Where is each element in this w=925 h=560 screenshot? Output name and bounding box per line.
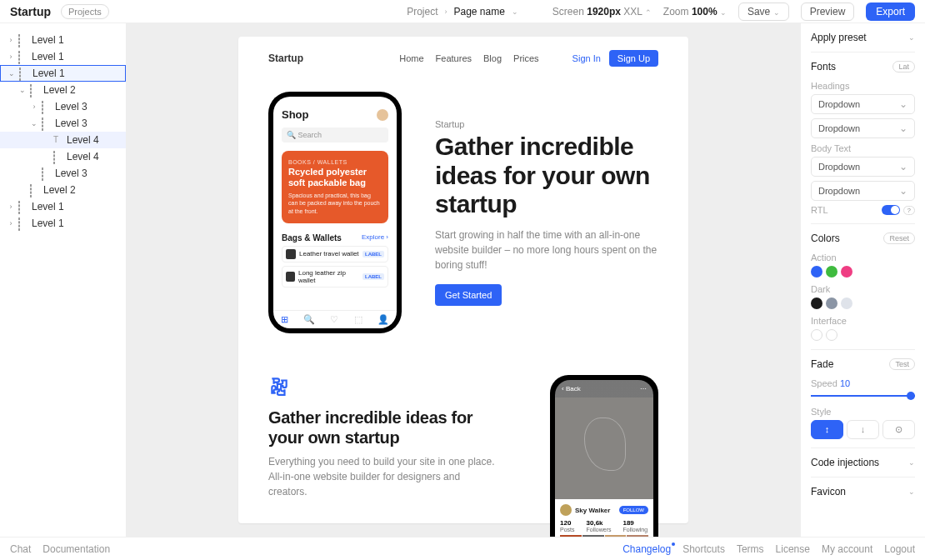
tree-item[interactable]: Level 3: [0, 165, 126, 182]
colors-label: Colors: [811, 232, 840, 244]
style-option-3[interactable]: ⊙: [882, 420, 915, 439]
nav-link[interactable]: Blog: [483, 53, 502, 63]
nav-link[interactable]: Home: [399, 53, 423, 63]
zoom-control[interactable]: Zoom 100% ⌄: [663, 6, 727, 18]
footer-link[interactable]: Chat: [10, 543, 31, 555]
footer-link[interactable]: Terms: [737, 543, 764, 555]
breadcrumb: Project › Page name ⌄: [407, 6, 518, 18]
hero-title: Gather incredible ideas for your own sta…: [435, 132, 658, 219]
tree-item[interactable]: ›Level 1: [0, 32, 126, 48]
dark-label: Dark: [811, 284, 915, 294]
color-swatch[interactable]: [841, 298, 852, 309]
apply-preset-section[interactable]: Apply preset⌄: [811, 32, 915, 43]
footer-link[interactable]: Shortcuts: [682, 543, 725, 555]
tree-item[interactable]: ›Level 1: [0, 48, 126, 65]
body-text-label: Body Text: [811, 143, 915, 153]
chevron-down-icon[interactable]: ⌄: [512, 8, 518, 16]
footer-link[interactable]: My account: [822, 543, 872, 555]
color-swatch[interactable]: [826, 329, 838, 341]
tree-item[interactable]: ⌄Level 3: [0, 115, 126, 132]
speed-slider[interactable]: [811, 395, 915, 397]
tree-item[interactable]: ›Level 1: [0, 198, 126, 215]
color-swatch[interactable]: [826, 298, 838, 309]
footer-link[interactable]: License: [776, 543, 810, 555]
heading-font-dropdown[interactable]: Dropdown: [811, 94, 915, 114]
puzzle-icon: [268, 375, 290, 397]
test-button[interactable]: Test: [889, 358, 915, 370]
rtl-toggle[interactable]: [882, 205, 900, 215]
tree-item[interactable]: Level 2: [0, 182, 126, 198]
fade-label: Fade: [811, 358, 833, 370]
action-label: Action: [811, 252, 915, 262]
screen-control[interactable]: Screen 1920px XXL ⌃: [552, 6, 652, 18]
nav-link[interactable]: Features: [436, 53, 472, 63]
signup-button[interactable]: Sign Up: [609, 50, 658, 67]
footer-link[interactable]: Documentation: [42, 543, 110, 555]
tree-item[interactable]: ⌄Level 1: [0, 65, 126, 82]
feature-title: Gather incredible ideas for your own sta…: [268, 408, 500, 448]
nav-link[interactable]: Prices: [513, 53, 539, 63]
properties-panel: Apply preset⌄ FontsLat Headings Dropdown…: [800, 23, 925, 537]
headings-label: Headings: [811, 81, 915, 91]
favicon-section[interactable]: Favicon⌄: [811, 486, 915, 498]
tree-item[interactable]: Level 4: [0, 148, 126, 165]
color-swatch[interactable]: [826, 266, 838, 278]
tree-item[interactable]: TLevel 4: [0, 132, 126, 148]
preview-button[interactable]: Preview: [801, 2, 855, 21]
eyebrow: Startup: [435, 119, 658, 129]
interface-label: Interface: [811, 316, 915, 326]
get-started-button[interactable]: Get Started: [435, 284, 502, 306]
layer-tree: ›Level 1›Level 1⌄Level 1⌄Level 2›Level 3…: [0, 23, 127, 537]
phone-mockup-2: ‹ Back⋯ Sky WalkerFOLLOW 120Posts30,6kFo…: [550, 375, 658, 537]
fonts-label: Fonts: [811, 61, 836, 72]
style-option-2[interactable]: ↓: [847, 420, 879, 439]
body-weight-dropdown[interactable]: Dropdown: [811, 181, 915, 201]
breadcrumb-active[interactable]: Page name: [453, 6, 504, 18]
projects-pill[interactable]: Projects: [61, 4, 109, 19]
rtl-label: RTL: [811, 205, 828, 215]
color-swatch[interactable]: [811, 329, 822, 341]
signin-link[interactable]: Sign In: [572, 53, 601, 63]
body-font-dropdown[interactable]: Dropdown: [811, 157, 915, 177]
fonts-chip[interactable]: Lat: [892, 61, 915, 72]
canvas[interactable]: Startup HomeFeaturesBlogPrices Sign In S…: [127, 23, 800, 537]
help-icon[interactable]: ?: [903, 206, 915, 215]
tree-item[interactable]: ›Level 3: [0, 98, 126, 115]
style-option-1[interactable]: ↕: [811, 420, 843, 439]
color-swatch[interactable]: [841, 266, 852, 278]
brand: Startup: [10, 5, 51, 18]
tree-item[interactable]: ›Level 1: [0, 215, 126, 232]
hero-body: Start growing in half the time with an a…: [435, 228, 658, 272]
page-nav: HomeFeaturesBlogPrices: [399, 53, 538, 63]
phone-mockup-1: Shop 🔍 Search BOOKS / WALLETS Rcycled po…: [268, 92, 402, 333]
reset-button[interactable]: Reset: [883, 232, 915, 244]
export-button[interactable]: Export: [866, 2, 915, 21]
footer-link[interactable]: Logout: [884, 543, 915, 555]
feature-body: Everything you need to build your site i…: [268, 454, 500, 499]
tree-item[interactable]: ⌄Level 2: [0, 82, 126, 98]
footer-link[interactable]: Changelog: [622, 543, 671, 555]
style-label: Style: [811, 407, 915, 417]
page-logo[interactable]: Startup: [268, 52, 303, 64]
chevron-right-icon: ›: [444, 8, 447, 16]
heading-weight-dropdown[interactable]: Dropdown: [811, 118, 915, 138]
footer: ChatDocumentation ChangelogShortcutsTerm…: [0, 537, 925, 560]
page-preview: Startup HomeFeaturesBlogPrices Sign In S…: [238, 37, 688, 523]
code-injections-section[interactable]: Code injections⌄: [811, 457, 915, 468]
save-button[interactable]: Save ⌄: [738, 2, 789, 21]
color-swatch[interactable]: [811, 298, 822, 309]
breadcrumb-root[interactable]: Project: [407, 6, 438, 18]
color-swatch[interactable]: [811, 266, 822, 278]
